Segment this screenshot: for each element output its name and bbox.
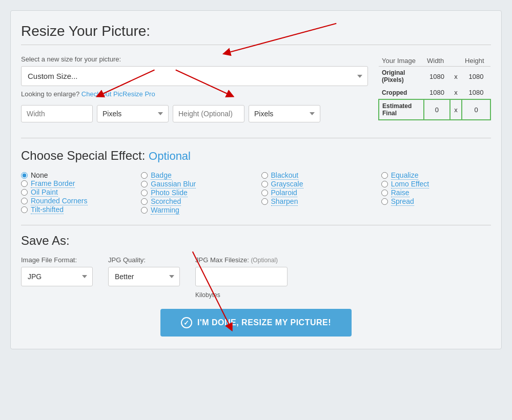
col-image: Your Image — [379, 55, 424, 67]
filesize-label: JPG Max Filesize: (Optional) — [195, 256, 288, 264]
original-height: 1080 — [462, 67, 490, 87]
effect-spread[interactable]: Spread — [381, 197, 491, 206]
quality-select[interactable]: Good Better Best — [108, 267, 180, 286]
filesize-field: JPG Max Filesize: (Optional) Kilobytes — [195, 256, 288, 299]
effect-warming[interactable]: Warming — [141, 206, 251, 215]
effect-scorched[interactable]: Scorched — [141, 197, 251, 206]
filesize-input[interactable] — [195, 267, 288, 286]
save-row: Image File Format: JPG PNG GIF BMP JPG Q… — [21, 256, 491, 299]
size-label: Select a new size for your picture: — [21, 55, 368, 63]
effects-col-2: Badge Gaussian Blur Photo Slide Scorched… — [141, 171, 251, 215]
quality-label: JPG Quality: — [108, 256, 180, 264]
submit-area: ✓ I'M DONE, RESIZE MY PICTURE! — [21, 309, 491, 337]
format-select[interactable]: JPG PNG GIF BMP — [21, 267, 93, 286]
original-label: Original(Pixels) — [379, 67, 424, 87]
check-icon: ✓ — [181, 317, 192, 328]
cropped-height: 1080 — [462, 86, 490, 99]
effect-frame-border[interactable]: Frame Border — [21, 179, 131, 188]
col-height: Height — [462, 55, 490, 67]
effects-title: Choose Special Effect: Optional — [21, 149, 491, 163]
effect-none[interactable]: None — [21, 171, 131, 179]
effect-raise[interactable]: Raise — [381, 188, 491, 197]
resize-right: Your Image Width Height Original(Pixels)… — [378, 55, 491, 122]
page-title: Resize Your Picture: — [21, 23, 491, 45]
original-width: 1080 — [424, 67, 450, 87]
save-title: Save As: — [21, 234, 491, 248]
height-input[interactable] — [173, 105, 244, 122]
effects-col-4: Equalize Lomo Effect Raise Spread — [381, 171, 491, 215]
effect-rounded-corners[interactable]: Rounded Corners — [21, 197, 131, 205]
quality-field: JPG Quality: Good Better Best — [108, 256, 180, 286]
effects-optional: Optional — [149, 150, 191, 162]
estimated-label: EstimatedFinal — [379, 99, 424, 120]
effect-gaussian-blur[interactable]: Gaussian Blur — [141, 180, 251, 188]
col-width: Width — [424, 55, 450, 67]
table-row-estimated: EstimatedFinal 0 x 0 — [379, 99, 490, 120]
effects-section: Choose Special Effect: Optional None Fra… — [21, 149, 491, 215]
submit-button[interactable]: ✓ I'M DONE, RESIZE MY PICTURE! — [160, 309, 352, 337]
effects-col-3: Blackout Grayscale Polaroid Sharpen — [261, 171, 371, 215]
table-row-cropped: Cropped 1080 x 1080 — [379, 86, 490, 99]
width-unit-select[interactable]: Pixels Percent Inches Centimeters — [97, 105, 169, 122]
effect-grayscale[interactable]: Grayscale — [261, 180, 371, 188]
effect-photo-slide[interactable]: Photo Slide — [141, 188, 251, 197]
cropped-width: 1080 — [424, 86, 450, 99]
effects-col-1: None Frame Border Oil Paint Rounded Corn… — [21, 171, 131, 215]
table-row-original: Original(Pixels) 1080 x 1080 — [379, 67, 490, 87]
cropped-label: Cropped — [379, 86, 424, 99]
effect-badge[interactable]: Badge — [141, 171, 251, 180]
dimension-row: Pixels Percent Inches Centimeters Pixels… — [21, 105, 368, 122]
effect-polaroid[interactable]: Polaroid — [261, 188, 371, 197]
width-input[interactable] — [21, 105, 93, 122]
info-table: Your Image Width Height Original(Pixels)… — [378, 55, 491, 120]
resize-left: Select a new size for your picture: Cust… — [21, 55, 368, 122]
save-section: Save As: Image File Format: JPG PNG GIF … — [21, 225, 491, 337]
enlarge-text: Looking to enlarge? Check out PicResize … — [21, 90, 368, 98]
kb-label: Kilobytes — [195, 291, 288, 299]
filesize-optional: (Optional) — [251, 257, 278, 264]
divider-1 — [21, 138, 491, 138]
effects-grid: None Frame Border Oil Paint Rounded Corn… — [21, 171, 491, 215]
submit-label: I'M DONE, RESIZE MY PICTURE! — [197, 318, 331, 327]
format-label: Image File Format: — [21, 256, 93, 264]
height-unit-select[interactable]: Pixels Percent Inches Centimeters — [249, 105, 320, 122]
estimated-height: 0 — [462, 99, 490, 120]
effect-lomo-effect[interactable]: Lomo Effect — [381, 180, 491, 188]
effect-blackout[interactable]: Blackout — [261, 171, 371, 180]
estimated-width: 0 — [424, 99, 450, 120]
format-field: Image File Format: JPG PNG GIF BMP — [21, 256, 93, 286]
effect-tilt-shifted[interactable]: Tilt-shifted — [21, 205, 131, 214]
size-select[interactable]: Custom Size... 100x100 200x200 640x480 8… — [21, 66, 368, 86]
resize-section: Select a new size for your picture: Cust… — [21, 55, 491, 122]
effect-sharpen[interactable]: Sharpen — [261, 197, 371, 206]
effect-oil-paint[interactable]: Oil Paint — [21, 188, 131, 197]
main-container: Resize Your Picture: Select a new size f… — [10, 10, 502, 349]
effect-equalize[interactable]: Equalize — [381, 171, 491, 180]
picresize-pro-link[interactable]: Check out PicResize Pro — [81, 90, 155, 98]
